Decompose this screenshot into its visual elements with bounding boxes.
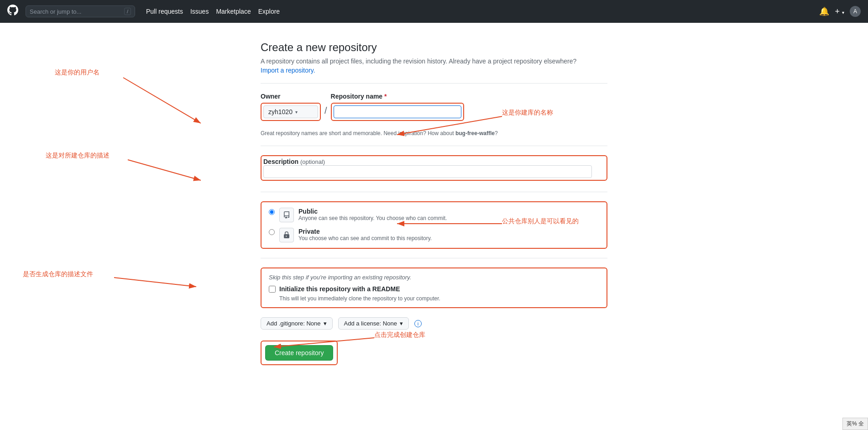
- svg-line-5: [114, 278, 196, 287]
- private-option: Private You choose who can see and commi…: [269, 228, 599, 242]
- public-option: Public Anyone can see this repository. Y…: [269, 208, 599, 222]
- skip-text: Skip this step if you're importing an ex…: [269, 274, 599, 281]
- readme-desc: This will let you immediately clone the …: [279, 295, 599, 302]
- repo-name-label: Repository name *: [331, 93, 464, 100]
- readme-label: Initialize this repository with a README: [279, 285, 400, 293]
- navbar-right: 🔔 + ▾ A: [819, 6, 861, 17]
- import-link[interactable]: Import a repository.: [261, 67, 315, 74]
- public-title: Public: [298, 208, 599, 215]
- license-caret-icon: ▾: [400, 320, 403, 327]
- private-text: Private You choose who can see and commi…: [298, 228, 599, 241]
- nav-marketplace[interactable]: Marketplace: [216, 8, 251, 15]
- create-repository-button[interactable]: Create repository: [265, 345, 333, 361]
- nav-pull-requests[interactable]: Pull requests: [146, 8, 183, 15]
- repo-name-input[interactable]: [334, 105, 461, 118]
- public-desc: Anyone can see this repository. You choo…: [298, 215, 599, 221]
- page-outer: Create a new repository A repository con…: [0, 23, 868, 402]
- repo-name-group: Repository name *: [331, 93, 464, 121]
- license-dropdown[interactable]: Add a license: None ▾: [338, 317, 409, 330]
- owner-group: Owner zyh1020 ▾: [261, 93, 321, 121]
- notification-bell-icon[interactable]: 🔔: [819, 6, 829, 16]
- page-wrapper: Create a new repository A repository con…: [0, 23, 868, 430]
- private-radio[interactable]: [269, 229, 275, 235]
- info-icon[interactable]: i: [414, 320, 422, 327]
- owner-dropdown-caret-icon: ▾: [295, 110, 298, 115]
- repo-name-hint: Great repository names are short and mem…: [261, 130, 607, 136]
- section-divider-4: [261, 258, 607, 258]
- page-subtitle: A repository contains all project files,…: [261, 58, 607, 65]
- search-input[interactable]: [30, 8, 120, 15]
- page-title: Create a new repository: [261, 41, 607, 54]
- dropdown-row: Add .gitignore: None ▾ Add a license: No…: [261, 317, 607, 330]
- readme-checkbox-row: Initialize this repository with a README: [269, 285, 599, 293]
- annotation-username: 这是你的用户名: [55, 68, 99, 77]
- slash-divider: /: [321, 105, 331, 116]
- private-title: Private: [298, 228, 599, 235]
- search-slash-icon: /: [124, 8, 131, 15]
- public-repo-icon: [279, 208, 294, 222]
- owner-value: zyh1020: [268, 108, 293, 115]
- bottom-right-badge: 英% 全: [842, 418, 868, 430]
- readme-section: Skip this step if you're importing an ex…: [261, 267, 607, 308]
- svg-line-1: [123, 78, 201, 123]
- search-bar[interactable]: /: [26, 5, 135, 17]
- public-radio[interactable]: [269, 209, 275, 215]
- gitignore-dropdown[interactable]: Add .gitignore: None ▾: [261, 317, 333, 330]
- section-divider-3: [261, 192, 607, 192]
- private-desc: You choose who can see and commit to thi…: [298, 235, 599, 241]
- nav-issues[interactable]: Issues: [190, 8, 209, 15]
- visibility-section: Public Anyone can see this repository. Y…: [261, 201, 607, 249]
- description-box: Description (optional): [261, 155, 607, 181]
- owner-select[interactable]: zyh1020 ▾: [263, 105, 318, 118]
- owner-label: Owner: [261, 93, 321, 100]
- navbar: / Pull requests Issues Marketplace Explo…: [0, 0, 868, 23]
- avatar[interactable]: A: [850, 6, 861, 17]
- readme-checkbox[interactable]: [269, 286, 276, 293]
- main-content: Create a new repository A repository con…: [251, 23, 617, 402]
- description-label: Description (optional): [263, 158, 325, 165]
- section-divider-2: [261, 146, 607, 146]
- github-logo[interactable]: [7, 5, 18, 18]
- nav-links: Pull requests Issues Marketplace Explore: [146, 8, 280, 15]
- section-divider-1: [261, 83, 607, 84]
- annotation-description: 这是对所建仓库的描述: [46, 152, 110, 160]
- owner-box: zyh1020 ▾: [261, 103, 321, 121]
- repo-name-box: [331, 103, 464, 121]
- nav-explore[interactable]: Explore: [258, 8, 280, 15]
- new-item-plus-icon[interactable]: + ▾: [835, 7, 844, 16]
- svg-line-3: [128, 160, 201, 180]
- annotation-readme: 是否生成仓库的描述文件: [23, 270, 93, 278]
- owner-repo-row: Owner zyh1020 ▾ / Repository name *: [261, 93, 607, 121]
- description-input[interactable]: [263, 165, 592, 178]
- private-repo-icon: [279, 228, 294, 242]
- public-text: Public Anyone can see this repository. Y…: [298, 208, 599, 221]
- gitignore-caret-icon: ▾: [324, 320, 327, 327]
- description-group: Description (optional): [261, 155, 607, 183]
- create-section: Create repository: [261, 341, 338, 365]
